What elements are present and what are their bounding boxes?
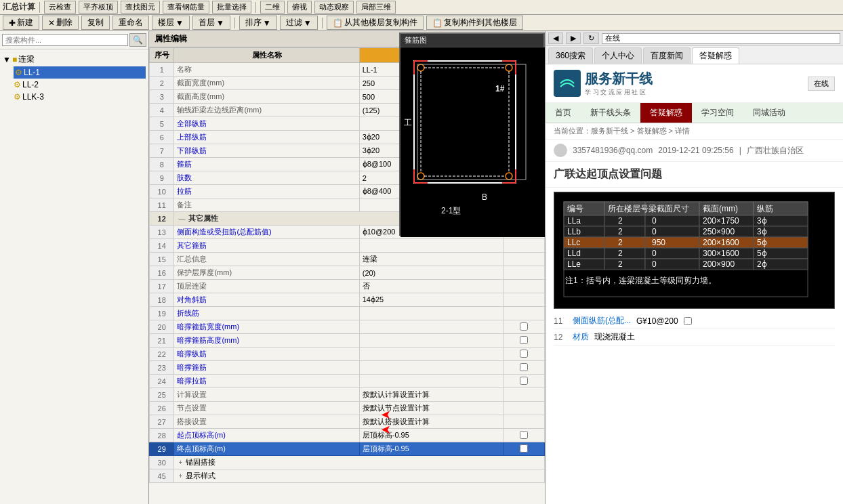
sort-btn[interactable]: 排序 ▼ [239, 16, 277, 30]
align-top-btn[interactable]: 平齐板顶 [79, 1, 118, 14]
top-view-btn[interactable]: 俯视 [287, 1, 312, 14]
app-title: 汇总计算 [3, 1, 35, 13]
expand-btn-30[interactable]: + [177, 459, 184, 466]
prop-checkbox-21[interactable] [520, 336, 528, 344]
prop-extra-20 [503, 320, 545, 334]
arrow-row28: ➤ [381, 407, 391, 422]
steel-diagram-svg: 编号 所在楼层号 梁截面尺寸 截面(mm) 纵筋 LLa 2 0 200×175… [557, 195, 815, 303]
prop-value-14[interactable] [359, 239, 503, 253]
nav-qa[interactable]: 答疑解惑 [640, 103, 692, 123]
tree-root-liangliang[interactable]: ▼ ■ 连梁 [3, 52, 146, 66]
prop-value-17[interactable]: 否 [359, 280, 503, 293]
batch-select-btn[interactable]: 批量选择 [212, 1, 251, 14]
search-bar: 🔍 [0, 31, 148, 49]
row-12-label[interactable]: 材质 [573, 331, 589, 343]
section-collapse-btn-12[interactable]: — [177, 215, 186, 222]
prop-value-20[interactable] [359, 320, 503, 334]
row-11-label[interactable]: 侧面纵筋(总配... [573, 315, 631, 327]
prop-checkbox-20[interactable] [520, 322, 528, 331]
prop-name-15: 汇总信息 [174, 253, 359, 266]
svg-text:0: 0 [652, 259, 657, 269]
prop-value-22[interactable] [359, 348, 503, 361]
nav-headlines[interactable]: 新干线头条 [581, 103, 640, 123]
prop-name-1: 名称 [174, 63, 359, 77]
bottom-row-12: 12 材质 现浇混凝土 [554, 329, 835, 345]
prop-value-23[interactable] [359, 361, 503, 375]
svg-rect-42 [604, 248, 645, 259]
prop-name-13: 侧面构造或受扭筋(总配筋值) [174, 226, 359, 239]
browser-tab-360[interactable]: 360搜索 [548, 47, 593, 64]
prop-checkbox-22[interactable] [520, 350, 528, 358]
svg-text:200×1600: 200×1600 [703, 238, 739, 247]
browser-refresh-btn[interactable]: ↻ [583, 33, 599, 44]
first-floor-btn[interactable]: 首层 ▼ [192, 16, 230, 30]
browser-tab-qa[interactable]: 答疑解惑 [692, 47, 739, 64]
3d-local-btn[interactable]: 局部三维 [356, 1, 396, 14]
search-button[interactable]: 🔍 [129, 33, 146, 47]
prop-value-15[interactable]: 连梁 [359, 253, 503, 266]
360-tab-label: 360搜索 [556, 51, 585, 60]
floor-select-btn[interactable]: 楼层 ▼ [152, 16, 190, 30]
filter-btn[interactable]: 过滤 ▼ [280, 16, 318, 30]
prop-checkbox-29[interactable] [520, 444, 528, 453]
prop-value-19[interactable] [359, 307, 503, 320]
prop-name-20: 暗撑箍筋宽度(mm) [174, 320, 359, 334]
browser-address-bar[interactable] [602, 33, 840, 44]
rename-btn[interactable]: 重命名 [112, 16, 149, 30]
prop-value-21[interactable] [359, 334, 503, 348]
browser-fwd-btn[interactable]: ▶ [566, 33, 581, 44]
tree-item-llk3[interactable]: ⚙ LLK-3 [14, 91, 146, 103]
row-11-checkbox[interactable] [684, 317, 692, 325]
dynamic-view-btn[interactable]: 动态观察 [314, 1, 354, 14]
svg-rect-62 [414, 61, 516, 183]
nav-home[interactable]: 首页 [546, 103, 581, 123]
news-tab-label: 百度新闻 [651, 51, 683, 60]
prop-value-25[interactable]: 按默认计算设置计算 [359, 388, 503, 402]
left-panel: 🔍 ▼ ■ 连梁 ⚙ LL-1 ⚙ LL-2 ⚙ LLK-3 [0, 31, 149, 504]
prop-value-18[interactable]: 14ϕ25 [359, 293, 503, 307]
expand-btn-45[interactable]: + [177, 472, 184, 480]
view-rebar-btn[interactable]: 查看钢筋量 [163, 1, 209, 14]
row-num-2: 2 [150, 77, 174, 90]
browser-tab-personal[interactable]: 个人中心 [594, 47, 642, 64]
tree-leaf-icon-llk3: ⚙ [14, 92, 21, 102]
svg-text:LLd: LLd [567, 249, 581, 258]
prop-value-16[interactable]: (20) [359, 266, 503, 280]
tree-item-ll2[interactable]: ⚙ LL-2 [14, 79, 146, 91]
copy-to-floor-btn[interactable]: 📋 复制构件到其他楼层 [426, 16, 523, 30]
login-btn[interactable]: 在线 [808, 77, 835, 91]
search-input[interactable] [2, 34, 128, 46]
prop-name-29: 终点顶标高(m) [174, 442, 359, 456]
svg-point-65 [417, 173, 424, 180]
delete-btn[interactable]: ✕ 删除 [42, 16, 79, 30]
svg-text:250×900: 250×900 [703, 227, 735, 236]
svg-rect-22 [604, 226, 645, 237]
prop-value-29[interactable]: 层顶标高-0.95 [359, 442, 503, 456]
copy-from-floor-btn[interactable]: 📋 从其他楼层复制构件 [327, 16, 424, 30]
sort-dropdown-icon: ▼ [263, 18, 271, 28]
prop-checkbox-23[interactable] [520, 363, 528, 371]
browser-tab-news[interactable]: 百度新闻 [643, 47, 691, 64]
row-11-num: 11 [554, 316, 567, 326]
svg-text:截面(mm): 截面(mm) [703, 204, 738, 213]
svg-text:LLc: LLc [567, 238, 580, 247]
prop-extra-21 [503, 334, 545, 348]
prop-name-10: 拉筋 [174, 185, 359, 198]
nav-activities[interactable]: 同城活动 [743, 103, 795, 123]
cloud-check-btn[interactable]: 云检查 [44, 1, 76, 14]
prop-name-22: 暗撑纵筋 [174, 348, 359, 361]
diagram-title: 箍筋图 [400, 34, 543, 47]
browser-back-btn[interactable]: ◀ [548, 33, 563, 44]
copy-btn[interactable]: 复制 [81, 16, 110, 30]
prop-checkbox-24[interactable] [520, 377, 528, 385]
post-region: 广西壮族自治区 [747, 145, 804, 156]
prop-checkbox-28[interactable] [520, 431, 528, 439]
tree-item-ll1[interactable]: ⚙ LL-1 [14, 66, 146, 79]
prop-extra-26 [503, 402, 545, 415]
new-btn[interactable]: ✚ 新建 [3, 16, 39, 30]
prop-value-24[interactable] [359, 375, 503, 388]
find-element-btn[interactable]: 查找图元 [121, 1, 160, 14]
2d-btn[interactable]: 二维 [260, 1, 285, 14]
nav-learning[interactable]: 学习空间 [692, 103, 743, 123]
row-num-20: 20 [150, 320, 174, 334]
